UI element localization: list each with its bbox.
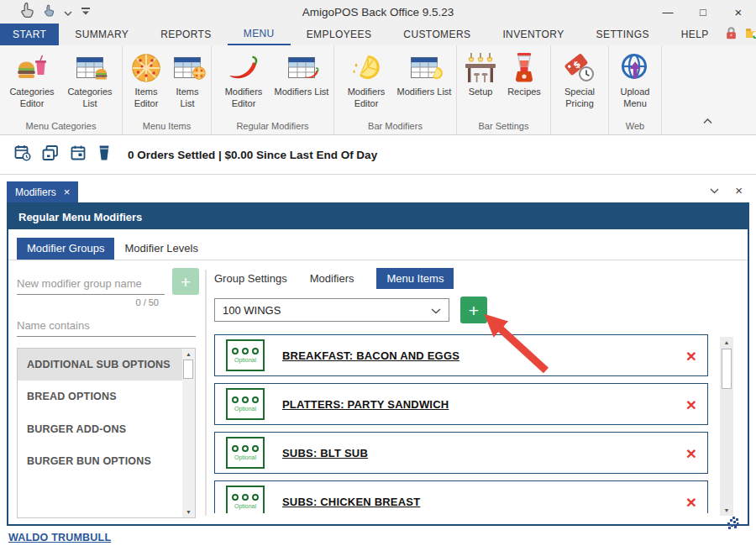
tab-menu-items[interactable]: Menu Items — [376, 268, 454, 289]
delete-item-icon[interactable]: × — [686, 493, 696, 511]
footer-bar: WALDO TRUMBULL — [0, 526, 756, 546]
sync-grid-icon — [725, 516, 739, 533]
column-divider — [205, 270, 207, 516]
optional-badge[interactable]: Optional — [226, 388, 265, 420]
table-burger-icon — [76, 51, 103, 85]
calendar-stack-icon[interactable] — [42, 144, 59, 165]
ribbon-group-label: Web — [626, 118, 644, 134]
close-button[interactable]: × — [721, 0, 756, 24]
items-editor-button[interactable]: Items Editor — [127, 51, 165, 118]
menu-items-scrollbar[interactable]: ▲ ▼ — [720, 337, 733, 516]
calendar-icon[interactable] — [70, 144, 87, 165]
ribbon-button-label: Categories Editor — [4, 87, 60, 110]
optional-badge[interactable]: Optional — [226, 339, 265, 371]
list-item-group[interactable]: BURGER ADD-ONS — [18, 413, 182, 445]
logged-in-user-link[interactable]: WALDO TRUMBULL — [8, 532, 111, 543]
price-tag-clock-icon: $ — [564, 51, 596, 85]
menu-item-settings[interactable]: SETTINGS — [580, 24, 665, 45]
calendar-clock-icon[interactable] — [14, 144, 31, 165]
scroll-down-icon[interactable]: ▼ — [720, 507, 733, 513]
chevron-down-icon[interactable] — [710, 182, 719, 197]
scroll-up-icon[interactable]: ▲ — [720, 339, 733, 345]
optional-badge[interactable]: Optional — [226, 486, 265, 513]
menu-item-link[interactable]: SUBS: BLT SUB — [282, 447, 368, 459]
detail-tabs: Group Settings Modifiers Menu Items — [214, 268, 739, 289]
maximize-button[interactable]: □ — [685, 0, 721, 24]
dropdown-value: 100 WINGS — [223, 304, 281, 317]
new-modifier-group-input[interactable] — [17, 272, 165, 295]
categories-editor-button[interactable]: Categories Editor — [4, 51, 60, 118]
tab-close-icon[interactable]: × — [64, 186, 71, 197]
ribbon-group-label: Menu Categories — [26, 118, 97, 134]
scroll-up-icon[interactable]: ▲ — [182, 351, 195, 357]
delete-item-icon[interactable]: × — [686, 347, 696, 365]
menu-item-dropdown[interactable]: 100 WINGS — [214, 298, 449, 322]
char-counter: 0 / 50 — [17, 297, 159, 307]
tab-strip-controls: × — [710, 182, 743, 197]
ribbon-group-bar-settings: Setup Recipes Bar Settings — [457, 45, 551, 134]
minimize-button[interactable]: — — [650, 0, 685, 24]
menu-item-inventory[interactable]: INVENTORY — [486, 24, 580, 45]
menu-item-customers[interactable]: CUSTOMERS — [387, 24, 486, 45]
upload-menu-button[interactable]: Upload Menu — [613, 51, 657, 118]
menu-item-menu[interactable]: MENU — [228, 24, 291, 45]
add-group-button[interactable]: + — [172, 268, 199, 295]
categories-list-button[interactable]: Categories List — [62, 51, 118, 118]
delete-item-icon[interactable]: × — [686, 396, 696, 413]
close-icon[interactable]: × — [735, 184, 743, 197]
chevron-down-icon[interactable] — [64, 4, 72, 19]
items-list-button[interactable]: Items List — [168, 51, 207, 118]
tab-group-settings[interactable]: Group Settings — [214, 268, 287, 289]
recipes-button[interactable]: Recipes — [502, 51, 546, 118]
ribbon-button-label: Special Pricing — [555, 87, 604, 110]
list-item-group[interactable]: BREAD OPTIONS — [18, 381, 182, 412]
menu-item-link[interactable]: PLATTERS: PARTY SANDWICH — [282, 398, 449, 411]
tab-modifier-groups[interactable]: Modifier Groups — [17, 238, 114, 260]
setup-button[interactable]: Setup — [461, 51, 500, 118]
touch-pointer-icon[interactable] — [44, 4, 55, 20]
scrollbar-thumb[interactable] — [722, 349, 732, 389]
backup-folder-icon[interactable] — [745, 26, 756, 43]
groups-list-scrollbar[interactable]: ▲ ▼ — [182, 349, 195, 517]
optional-badge[interactable]: Optional — [226, 437, 265, 469]
title-bar: AmigoPOS Back Office 9.5.23 — □ × — [0, 0, 756, 24]
hand-cursor-icon[interactable] — [20, 3, 34, 21]
menu-item-start[interactable]: START — [0, 24, 59, 45]
tab-modifiers[interactable]: Modifiers — [310, 268, 354, 289]
ribbon-group-menu-categories: Categories Editor Categories List Menu C… — [0, 45, 123, 134]
ribbon-filler — [662, 45, 756, 134]
list-item-group[interactable]: ADDITIONAL SUB OPTIONS — [18, 349, 182, 381]
special-pricing-button[interactable]: $ Special Pricing — [555, 51, 604, 128]
customize-toolbar-icon[interactable] — [81, 4, 90, 19]
menu-item-link[interactable]: BREAKFAST: BACON AND EGGS — [282, 349, 459, 362]
chili-icon — [227, 51, 260, 85]
delete-item-icon[interactable]: × — [686, 444, 696, 462]
tab-modifier-levels[interactable]: Modifier Levels — [114, 238, 207, 260]
lock-icon[interactable] — [725, 26, 738, 43]
scrollbar-thumb[interactable] — [183, 360, 193, 379]
modifiers-list-button[interactable]: Modifiers List — [274, 51, 329, 118]
panel-tabs: Modifier Groups Modifier Levels — [8, 238, 748, 260]
modifiers-editor-button[interactable]: Modifiers Editor — [216, 51, 271, 118]
menu-item-link[interactable]: SUBS: CHICKEN BREAST — [282, 496, 420, 508]
ribbon-button-label: Items Editor — [127, 87, 165, 110]
ribbon-button-label: Categories List — [62, 87, 118, 110]
menu-item-reports[interactable]: REPORTS — [144, 24, 228, 45]
ribbon-group-label: Menu Items — [143, 118, 191, 134]
name-contains-filter-input[interactable] — [17, 314, 196, 337]
bar-modifiers-editor-button[interactable]: Modifiers Editor — [339, 51, 394, 118]
chevron-down-icon — [431, 304, 441, 317]
add-menu-item-button[interactable]: + — [460, 297, 487, 323]
group-detail-pane: Group Settings Modifiers Menu Items 100 … — [214, 268, 739, 524]
menu-item-employees[interactable]: EMPLOYEES — [291, 24, 388, 45]
chevron-up-icon[interactable] — [703, 113, 712, 128]
scroll-down-icon[interactable]: ▼ — [182, 509, 195, 515]
bar-modifiers-list-button[interactable]: Modifiers List — [396, 51, 452, 118]
table-lemon-icon — [411, 51, 438, 85]
menu-item-help[interactable]: HELP — [665, 24, 725, 45]
list-item-group[interactable]: BURGER BUN OPTIONS — [18, 445, 182, 477]
menu-item-row: Optional SUBS: BLT SUB × — [214, 432, 708, 474]
beverage-glass-icon[interactable] — [97, 144, 111, 165]
menu-item-summary[interactable]: SUMMARY — [59, 24, 144, 45]
tab-modifiers[interactable]: Modifiers × — [7, 181, 78, 202]
